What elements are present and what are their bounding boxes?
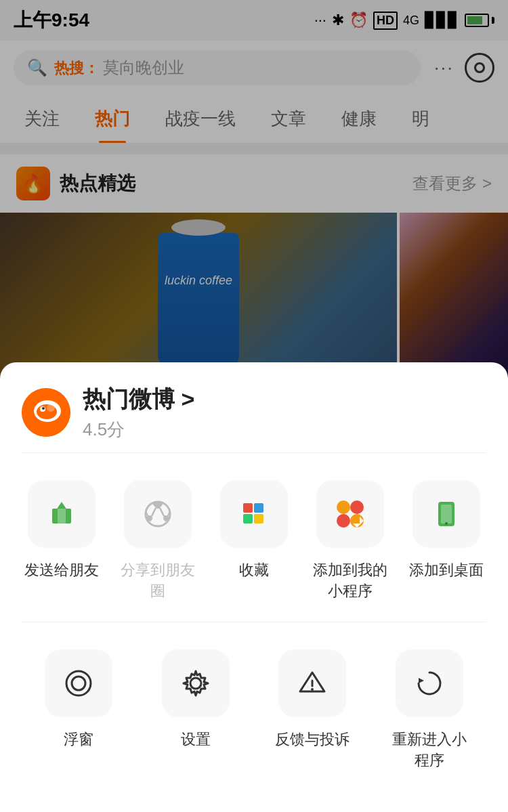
- settings-icon-wrap: [162, 649, 230, 717]
- svg-point-22: [337, 500, 350, 514]
- svg-point-31: [66, 671, 91, 696]
- restart-label: 重新进入小程序: [391, 729, 468, 771]
- svg-point-5: [47, 404, 55, 412]
- settings-label: 设置: [181, 729, 211, 750]
- feedback-icon: [295, 666, 330, 701]
- svg-line-14: [160, 508, 164, 516]
- float-label: 浮窗: [64, 729, 93, 750]
- divider-2: [22, 622, 486, 622]
- app-logo: [22, 388, 70, 437]
- desktop-label: 添加到桌面: [409, 560, 484, 581]
- actions-row-1: 发送给朋友 分享到朋友圈: [0, 453, 508, 622]
- svg-rect-21: [254, 514, 263, 523]
- restart-icon-wrap: [396, 649, 463, 717]
- collect-icon: [236, 496, 272, 532]
- action-send[interactable]: 发送给朋友: [21, 480, 102, 602]
- weibo-logo-svg: [22, 388, 70, 437]
- send-icon: [44, 496, 79, 532]
- svg-point-30: [445, 522, 448, 525]
- float-icon: [61, 666, 96, 701]
- action-float[interactable]: 浮窗: [41, 649, 117, 771]
- collect-icon-wrap: [220, 480, 288, 548]
- action-settings[interactable]: 设置: [158, 649, 234, 771]
- action-restart[interactable]: 重新进入小程序: [391, 649, 468, 771]
- send-label: 发送给朋友: [24, 560, 99, 581]
- svg-rect-29: [441, 505, 452, 523]
- float-icon-wrap: [45, 649, 112, 717]
- svg-rect-18: [243, 503, 253, 513]
- svg-rect-8: [58, 509, 66, 523]
- action-collect[interactable]: 收藏: [213, 480, 295, 602]
- svg-point-23: [350, 500, 364, 514]
- svg-line-13: [152, 508, 156, 516]
- app-name-row: 热门微博 >: [83, 384, 194, 415]
- svg-point-4: [42, 407, 45, 410]
- miniapp-icon-wrap: [316, 480, 384, 548]
- svg-point-24: [337, 514, 350, 528]
- action-desktop[interactable]: 添加到桌面: [406, 480, 487, 602]
- svg-point-32: [72, 677, 85, 690]
- share-icon-wrap: [124, 480, 192, 548]
- desktop-icon-wrap: [412, 480, 480, 548]
- actions-row-2: 浮窗 设置 反馈与投诉: [0, 629, 508, 785]
- action-feedback[interactable]: 反馈与投诉: [274, 649, 351, 771]
- send-icon-wrap: [28, 480, 96, 548]
- svg-point-33: [190, 678, 201, 689]
- app-header: 热门微博 > 4.5分: [0, 362, 508, 452]
- svg-rect-20: [243, 514, 253, 523]
- share-icon: [140, 496, 175, 532]
- action-share: 分享到朋友圈: [117, 480, 198, 602]
- feedback-icon-wrap: [278, 649, 346, 717]
- miniapp-icon: [333, 496, 368, 532]
- restart-icon: [412, 666, 447, 701]
- action-miniapp[interactable]: 添加到我的小程序: [310, 480, 391, 602]
- desktop-icon: [429, 496, 464, 532]
- app-info: 热门微博 > 4.5分: [83, 384, 194, 442]
- feedback-label: 反馈与投诉: [275, 729, 350, 750]
- svg-rect-19: [254, 503, 263, 513]
- app-rating: 4.5分: [83, 418, 194, 442]
- svg-marker-37: [419, 678, 424, 683]
- miniapp-label: 添加到我的小程序: [310, 560, 391, 602]
- bottom-sheet: 热门微博 > 4.5分 发送给朋友: [0, 362, 508, 812]
- share-label: 分享到朋友圈: [117, 560, 198, 602]
- settings-icon: [178, 666, 213, 701]
- app-name[interactable]: 热门微博 >: [83, 384, 194, 415]
- collect-label: 收藏: [239, 560, 269, 581]
- svg-point-36: [311, 688, 314, 691]
